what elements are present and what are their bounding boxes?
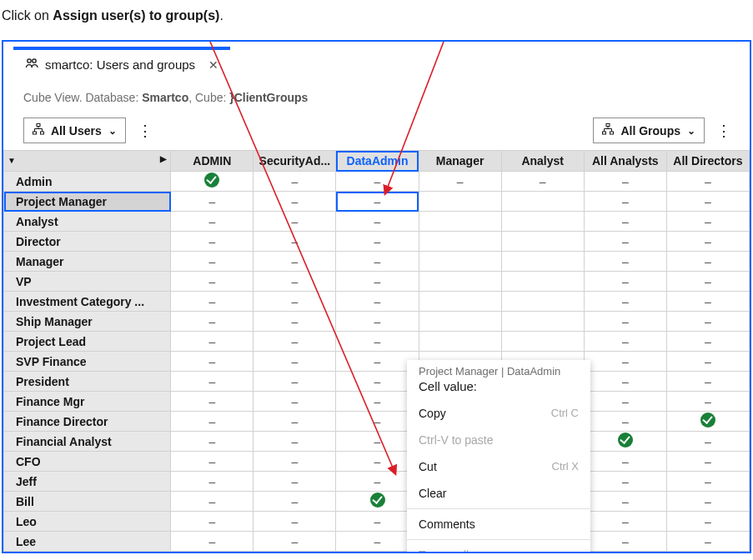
corner-cell[interactable]: ▼ ▶ [4,151,171,172]
row-header[interactable]: President [4,372,171,392]
grid-cell[interactable]: – [666,392,749,412]
grid-cell[interactable]: – [584,332,666,352]
grid-cell[interactable]: – [254,272,336,292]
row-header[interactable]: Director [4,232,171,252]
grid-cell[interactable]: – [666,492,749,512]
grid-cell[interactable]: – [171,492,254,512]
row-header[interactable]: Ship Manager [4,312,171,332]
grid-cell[interactable]: – [584,372,666,392]
grid-cell[interactable]: – [666,432,749,452]
row-header[interactable]: CFO [4,452,171,472]
column-header[interactable]: All Analysts [584,151,666,172]
grid-cell[interactable]: – [171,452,254,472]
grid-cell[interactable]: – [254,432,336,452]
grid-cell[interactable]: – [171,292,254,312]
grid-cell[interactable]: – [336,232,419,252]
grid-cell[interactable]: – [254,192,336,212]
grid-cell[interactable]: – [666,252,749,272]
row-header[interactable]: VP [4,272,171,292]
row-header[interactable]: Investment Category ... [4,292,171,312]
grid-cell[interactable]: – [666,352,749,372]
grid-cell[interactable] [501,292,584,312]
row-header[interactable]: Analyst [4,212,171,232]
column-header[interactable]: DataAdmin [336,151,419,172]
grid-cell[interactable]: – [254,452,336,472]
grid-cell[interactable]: – [171,372,254,392]
grid-cell[interactable]: – [584,392,666,412]
grid-cell[interactable]: – [336,292,419,312]
grid-cell[interactable]: – [666,172,749,192]
grid-cell[interactable]: – [254,412,336,432]
grid-cell[interactable]: – [584,212,666,232]
grid-cell[interactable]: – [584,452,666,472]
grid-cell[interactable]: – [336,192,419,212]
grid-cell[interactable]: – [666,312,749,332]
grid-cell[interactable]: – [171,252,254,272]
menu-item[interactable]: CutCtrl X [407,453,590,480]
grid-cell[interactable]: – [584,312,666,332]
grid-cell[interactable]: – [336,312,419,332]
row-header[interactable]: Project Manager [4,192,171,212]
grid-cell[interactable]: – [584,272,666,292]
grid-cell[interactable]: – [666,512,749,532]
row-header[interactable]: Finance Mgr [4,392,171,412]
grid-cell[interactable]: – [336,272,419,292]
all-groups-dropdown[interactable]: All Groups ⌄ [593,118,705,143]
grid-cell[interactable]: – [666,532,749,552]
grid-cell[interactable] [419,212,501,232]
grid-cell[interactable] [419,272,501,292]
menu-item[interactable]: Comments [407,511,590,538]
grid-cell[interactable]: – [666,292,749,312]
grid-cell[interactable]: – [171,312,254,332]
grid-cell[interactable]: – [171,472,254,492]
grid-cell[interactable]: – [254,312,336,332]
row-header[interactable]: Project Lead [4,332,171,352]
grid-cell[interactable] [419,292,501,312]
grid-cell[interactable]: – [171,272,254,292]
column-header[interactable]: Analyst [501,151,584,172]
grid-cell[interactable] [501,312,584,332]
grid-cell[interactable]: – [666,332,749,352]
grid-cell[interactable] [501,212,584,232]
menu-item[interactable]: CopyCtrl C [407,400,590,427]
grid-cell[interactable]: – [419,172,501,192]
kebab-menu-left[interactable]: ⋮ [133,122,158,140]
grid-cell[interactable]: – [666,452,749,472]
grid-cell[interactable]: – [254,172,336,192]
grid-cell[interactable] [501,272,584,292]
grid-cell[interactable]: – [254,492,336,512]
grid-cell[interactable]: – [254,292,336,312]
grid-cell[interactable] [584,432,666,452]
grid-cell[interactable] [419,312,501,332]
grid-cell[interactable]: – [584,352,666,372]
grid-cell[interactable] [501,252,584,272]
grid-cell[interactable]: – [171,352,254,372]
grid-cell[interactable]: – [254,352,336,372]
grid-cell[interactable]: – [254,232,336,252]
grid-cell[interactable]: – [254,252,336,272]
row-header[interactable]: Finance Director [4,412,171,432]
grid-cell[interactable]: – [254,532,336,552]
grid-cell[interactable]: – [584,292,666,312]
grid-cell[interactable]: – [171,232,254,252]
column-header[interactable]: All Directors [666,151,749,172]
grid-cell[interactable]: – [171,192,254,212]
grid-cell[interactable]: – [666,472,749,492]
grid-cell[interactable]: – [501,172,584,192]
close-icon[interactable]: ✕ [208,58,218,72]
kebab-menu-right[interactable]: ⋮ [711,122,736,140]
grid-cell[interactable]: – [584,192,666,212]
column-header[interactable]: Manager [419,151,501,172]
grid-cell[interactable] [419,232,501,252]
row-header[interactable]: Leo [4,512,171,532]
row-header[interactable]: Bill [4,492,171,512]
grid-cell[interactable] [419,252,501,272]
grid-cell[interactable]: – [171,432,254,452]
grid-cell[interactable]: – [584,172,666,192]
grid-cell[interactable]: – [254,512,336,532]
grid-cell[interactable]: – [584,252,666,272]
column-header[interactable]: ADMIN [171,151,254,172]
row-header[interactable]: SVP Finance [4,352,171,372]
grid-cell[interactable] [171,172,254,192]
grid-cell[interactable]: – [666,212,749,232]
